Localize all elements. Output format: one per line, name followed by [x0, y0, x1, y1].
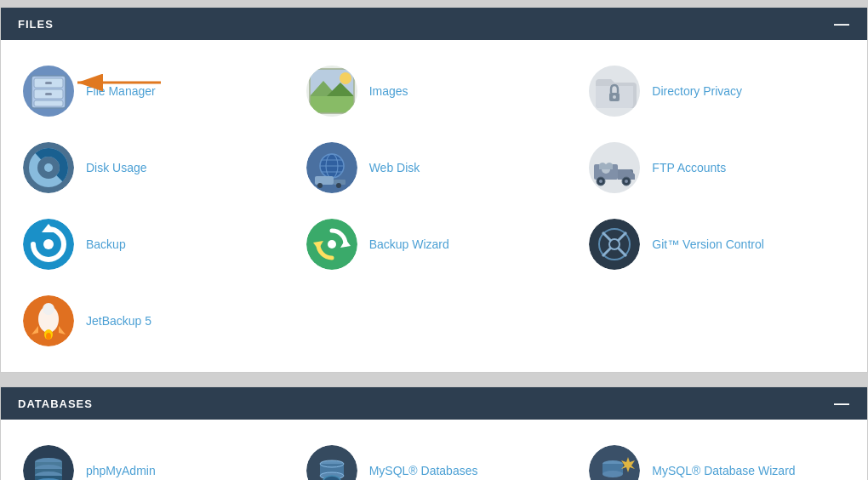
svg-point-47: [43, 239, 54, 249]
disk-usage-item[interactable]: Disk Usage: [9, 134, 293, 202]
svg-rect-32: [315, 176, 334, 185]
images-item[interactable]: Images: [293, 57, 576, 125]
backup-icon-wrap: [23, 219, 74, 270]
svg-point-16: [340, 72, 351, 84]
backup-item[interactable]: Backup: [9, 210, 293, 278]
jetbackup5-label: JetBackup 5: [86, 314, 151, 328]
phpmyadmin-item[interactable]: phpMyAdmin: [9, 437, 293, 480]
svg-point-51: [328, 240, 336, 249]
backup-wizard-icon: [306, 219, 357, 270]
disk-usage-label: Disk Usage: [86, 161, 147, 174]
web-disk-icon-wrap: [306, 142, 357, 193]
files-panel-header: FILES —: [1, 8, 867, 40]
file-manager-item[interactable]: File Manager: [9, 57, 293, 125]
mysql-databases-icon-wrap: [306, 445, 357, 480]
file-manager-icon: [23, 66, 74, 117]
files-panel-content: File Manager: [1, 40, 867, 372]
directory-privacy-icon: [589, 66, 640, 117]
backup-wizard-label: Backup Wizard: [369, 237, 449, 251]
svg-point-20: [613, 95, 616, 99]
databases-panel-content: phpMyAdmin: [1, 420, 867, 480]
mysql-databases-item[interactable]: MySQL® Databases: [293, 437, 576, 480]
file-manager-icon-wrap: [23, 66, 74, 117]
svg-rect-5: [34, 100, 63, 106]
images-icon: [306, 66, 357, 117]
svg-rect-15: [310, 96, 354, 113]
phpmyadmin-icon: [23, 445, 74, 480]
web-disk-label: Web Disk: [369, 161, 420, 174]
svg-point-34: [317, 183, 323, 188]
directory-privacy-label: Directory Privacy: [652, 84, 742, 98]
section-gap: [0, 380, 868, 386]
ftp-accounts-item[interactable]: FTP Accounts: [575, 134, 859, 202]
git-version-control-icon: [589, 219, 640, 270]
phpmyadmin-label: phpMyAdmin: [86, 464, 156, 477]
files-title: FILES: [18, 18, 54, 31]
mysql-database-wizard-icon: [589, 445, 640, 480]
svg-point-59: [43, 303, 54, 315]
ftp-accounts-icon: [589, 142, 640, 193]
ftp-accounts-label: FTP Accounts: [652, 161, 726, 174]
svg-point-43: [625, 180, 628, 183]
phpmyadmin-icon-wrap: [23, 445, 74, 480]
svg-point-35: [336, 183, 341, 188]
jetbackup5-icon: [23, 295, 74, 346]
jetbackup5-item[interactable]: JetBackup 5: [9, 287, 293, 355]
files-panel: FILES —: [0, 7, 868, 373]
mysql-databases-icon: [306, 445, 357, 480]
backup-wizard-item[interactable]: Backup Wizard: [293, 210, 576, 278]
backup-wizard-icon-wrap: [306, 219, 357, 270]
jetbackup5-icon-wrap: [23, 295, 74, 346]
backup-icon: [23, 219, 74, 270]
databases-collapse-icon[interactable]: —: [834, 396, 850, 411]
ftp-accounts-icon-wrap: [589, 142, 640, 193]
git-version-control-item[interactable]: Git™ Version Control: [575, 210, 859, 278]
directory-privacy-icon-wrap: [589, 66, 640, 117]
svg-point-83: [602, 471, 623, 477]
disk-usage-icon: [23, 142, 74, 193]
svg-point-56: [609, 239, 620, 249]
mysql-databases-label: MySQL® Databases: [369, 464, 478, 477]
page-container: FILES —: [0, 0, 868, 480]
backup-label: Backup: [86, 237, 126, 251]
svg-point-63: [46, 333, 51, 340]
web-disk-icon: [306, 142, 357, 193]
databases-panel-header: DATABASES —: [1, 387, 867, 420]
svg-point-41: [599, 180, 602, 183]
images-icon-wrap: [306, 66, 357, 117]
mysql-database-wizard-label: MySQL® Database Wizard: [652, 464, 795, 477]
mysql-database-wizard-icon-wrap: [589, 445, 640, 480]
images-label: Images: [369, 84, 408, 98]
svg-rect-6: [45, 82, 52, 84]
disk-usage-icon-wrap: [23, 142, 74, 193]
files-collapse-icon[interactable]: —: [834, 16, 850, 31]
directory-privacy-item[interactable]: Directory Privacy: [575, 57, 859, 125]
databases-panel: DATABASES —: [0, 386, 868, 480]
orange-arrow: [67, 67, 169, 101]
svg-rect-7: [45, 93, 52, 95]
mysql-database-wizard-item[interactable]: MySQL® Database Wizard: [575, 437, 859, 480]
web-disk-item[interactable]: Web Disk: [293, 134, 576, 202]
git-version-control-label: Git™ Version Control: [652, 237, 764, 251]
svg-point-25: [44, 163, 53, 172]
databases-title: DATABASES: [18, 397, 93, 410]
git-version-control-icon-wrap: [589, 219, 640, 270]
